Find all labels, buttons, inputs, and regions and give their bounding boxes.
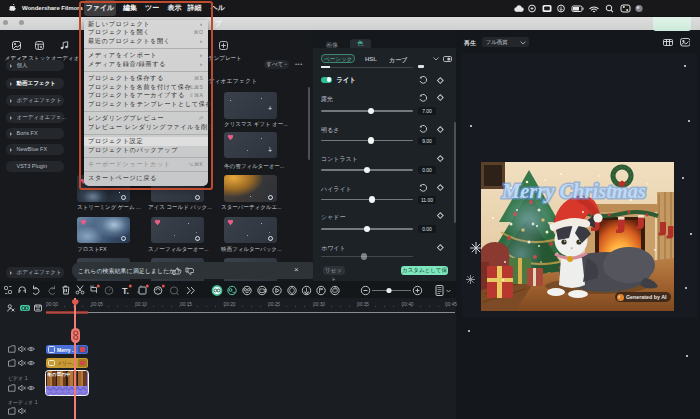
svg-text:Merry Christmas: Merry Christmas xyxy=(501,180,646,203)
svg-text:T.: T. xyxy=(122,286,129,296)
